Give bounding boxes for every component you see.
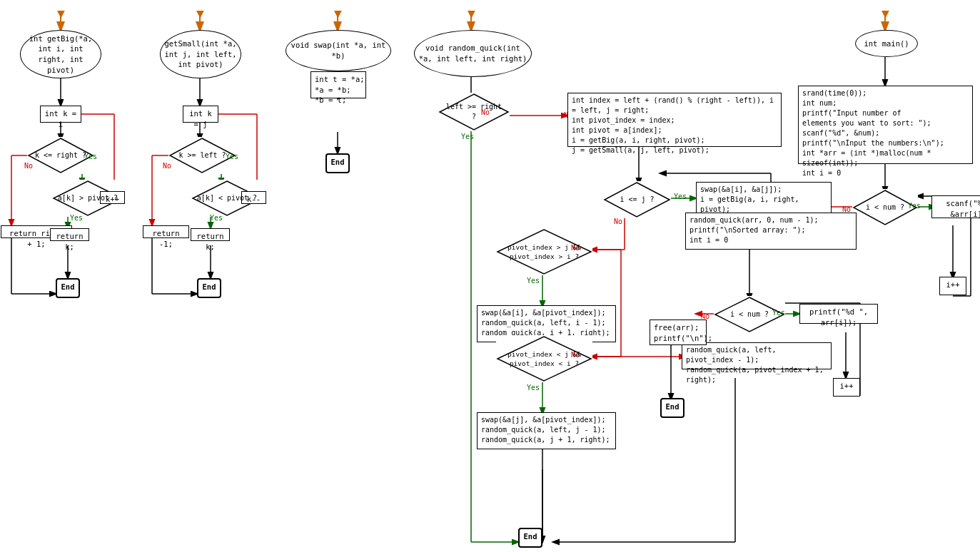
getbig-cond1: k <= right ? — [27, 137, 94, 174]
main-free: free(arr); printf("\n"); — [650, 320, 707, 345]
getbig-k-init: int k = i — [40, 106, 81, 123]
swap-header: void swap(int *a, int *b) — [286, 30, 391, 71]
getsmall-start-arrow: ▼ — [196, 6, 204, 21]
getbig-header: int getBig(*a, int i, int right, int piv… — [20, 30, 101, 78]
main-ipp2: i++ — [833, 378, 860, 397]
getbig-end: End — [56, 278, 80, 298]
swap-body: int t = *a; *a = *b; *b = t; — [310, 71, 366, 98]
getbig-return-k: return k; — [50, 228, 89, 241]
rq-cond2-yes-label: Yes — [527, 277, 540, 285]
getsmall-end: End — [197, 278, 221, 298]
main-start-arrow: ▼ — [882, 6, 889, 21]
main-ipp1: i++ — [939, 277, 966, 295]
rq-ij-yes-label: Yes — [674, 193, 687, 200]
main-cond2-yes-label: Yes — [772, 309, 785, 317]
swap-start-arrow: ▼ — [334, 6, 342, 21]
flowchart-canvas: ▼ int getBig(*a, int i, int right, int p… — [0, 0, 980, 552]
main-init: srand(time(0)); int num; printf("Input n… — [798, 86, 973, 164]
getsmall-yes2-label: Yes — [210, 214, 223, 222]
rq-swap2: swap(&a[j], &a[pivot_index]); random_qui… — [477, 412, 616, 449]
getsmall-yes-label: Yes — [226, 153, 238, 160]
rq-cond: left >= right ? — [438, 93, 510, 131]
rq-cond2: pivot_index > j && pivot_index > i ? — [496, 228, 592, 275]
main-end: End — [660, 398, 685, 418]
rq-cond-ij: i <= j ? — [603, 181, 671, 218]
swap-end: End — [325, 153, 350, 173]
flowchart-svg — [0, 0, 980, 552]
getbig-yes2-label: Yes — [70, 214, 83, 222]
rq-end: End — [518, 528, 542, 548]
rq-yes-label: Yes — [461, 133, 474, 140]
main-header: int main() — [855, 30, 918, 57]
rq-header: void random_quick(int *a, int left, int … — [414, 30, 532, 77]
getsmall-return-k: return k; — [191, 228, 230, 241]
getsmall-no-label: No — [163, 162, 171, 170]
main-cond1-yes-label: Yes — [908, 202, 921, 210]
getsmall-return-neg1: return -1; — [143, 225, 189, 238]
rq-cond3: pivot_index < j && pivot_index < i ? — [496, 335, 592, 382]
getsmall-k-init: int k = j — [183, 106, 218, 123]
rq-else: random_quick(a, left, pivot_index - 1); … — [682, 342, 832, 369]
getbig-no-label: No — [24, 162, 33, 170]
getbig-start-arrow: ▼ — [57, 6, 65, 21]
rq-init: int index = left + (rand() % (right - le… — [567, 93, 782, 147]
main-rq: random_quick(arr, 0, num - 1); printf("\… — [685, 213, 857, 250]
getsmall-header: getSmall(int *a, int j, int left, int pi… — [160, 30, 241, 78]
main-scanf: scanf("%d", &arr[i]); — [931, 195, 980, 218]
getbig-cond2: a[k] > pivot ? — [52, 180, 123, 217]
getsmall-cond2: a[k] < pivot ? — [191, 180, 263, 217]
rq-cond3-yes-label: Yes — [527, 384, 540, 392]
rq-start-arrow: ▼ — [468, 6, 475, 21]
main-printf: printf("%d ", arr[i]); — [799, 304, 878, 324]
rq-ij-no-label: No — [614, 218, 622, 225]
